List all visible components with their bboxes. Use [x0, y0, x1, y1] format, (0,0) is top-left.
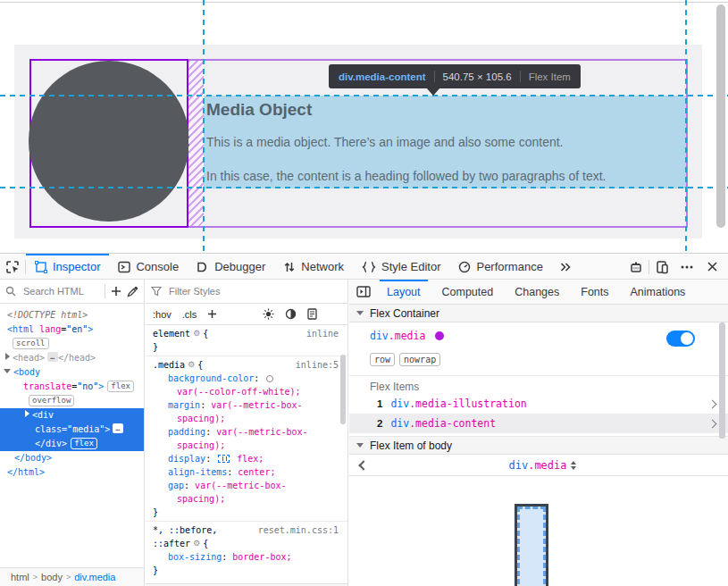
responsive-design-mode-button[interactable] — [649, 255, 674, 279]
toolbar-spacer — [579, 255, 623, 279]
overflow-badge[interactable]: overflow — [29, 395, 74, 406]
page-scrollbar-thumb[interactable] — [716, 4, 725, 228]
flex-item-selector[interactable]: div.media — [508, 459, 575, 472]
flex-item-of-body-section-header[interactable]: Flex Item of body — [349, 437, 728, 455]
pseudo-class-button[interactable]: :hov — [153, 309, 172, 320]
markup-line-body-attr[interactable]: translate="no">flex — [0, 380, 145, 394]
css-declaration-padding-wrap[interactable]: spacing); — [146, 439, 347, 452]
tab-animations[interactable]: Animations — [620, 280, 697, 304]
tab-style-editor[interactable]: Style Editor — [353, 255, 449, 279]
css-declaration-gap-wrap[interactable]: spacing); — [146, 492, 347, 506]
flex-badge[interactable]: flex — [107, 381, 134, 392]
highlighter-color-swatch-icon[interactable] — [435, 331, 444, 340]
chevron-left-icon[interactable] — [358, 460, 368, 470]
light-theme-icon[interactable] — [263, 308, 274, 320]
color-swatch-icon[interactable] — [266, 375, 273, 382]
css-declaration-gap[interactable]: gap: var(--metric-box- — [146, 479, 347, 492]
css-declaration-margin[interactable]: margin: var(--metric-box- — [146, 398, 347, 412]
expand-arrow-icon[interactable] — [25, 410, 29, 417]
class-toggle-button[interactable]: .cls — [182, 309, 197, 320]
breadcrumb-body[interactable]: body — [41, 572, 63, 582]
rule-media-class[interactable]: .media {inline:5 background-color: var(-… — [146, 356, 347, 522]
rules-scrollbar-thumb[interactable] — [340, 355, 346, 424]
flex-guide-horizontal-top — [0, 95, 728, 96]
tab-fonts[interactable]: Fonts — [570, 280, 619, 304]
flex-item-row-2[interactable]: 2 div.media-content — [349, 414, 728, 433]
flex-basis-fill — [517, 506, 546, 586]
ellipsis-chip[interactable]: … — [113, 423, 123, 433]
tab-computed[interactable]: Computed — [431, 280, 505, 304]
css-declaration-background-color-value[interactable]: var(--color-off-white); — [146, 385, 347, 398]
rule-source-link[interactable]: reset.min.css:1 — [258, 523, 347, 537]
rule-selector: ::after — [153, 537, 190, 550]
gear-icon[interactable] — [188, 358, 195, 372]
tab-inspector[interactable]: Inspector — [26, 255, 109, 279]
dark-theme-icon[interactable] — [285, 308, 297, 320]
flex-display-icon[interactable] — [218, 455, 230, 463]
screenshot-button[interactable] — [623, 255, 649, 279]
tab-changes[interactable]: Changes — [504, 280, 570, 304]
tab-debugger[interactable]: Debugger — [188, 255, 274, 279]
container-class[interactable]: .media — [389, 330, 426, 342]
layout-scrollbar-thumb[interactable] — [719, 322, 725, 439]
scroll-badge[interactable]: scroll — [13, 338, 49, 349]
breadcrumb-div-media[interactable]: div.media — [74, 572, 115, 582]
expand-arrow-icon[interactable] — [5, 353, 10, 360]
markup-line-html-open[interactable]: <html lang="en"> — [0, 322, 145, 337]
rule-source-link[interactable]: inline — [306, 327, 347, 340]
css-declaration-margin-wrap[interactable]: spacing); — [146, 412, 347, 425]
css-declaration-padding[interactable]: padding: var(--metric-box- — [146, 425, 347, 439]
devtools-menu-button[interactable] — [674, 255, 699, 279]
css-declaration-box-sizing[interactable]: box-sizing: border-box; — [146, 550, 347, 564]
ellipsis-chip[interactable]: … — [47, 352, 58, 362]
tab-layout[interactable]: Layout — [376, 280, 431, 304]
gear-icon[interactable] — [193, 537, 200, 550]
chevron-right-icon[interactable] — [708, 399, 717, 408]
css-declaration-align-items[interactable]: align-items: center; — [146, 465, 347, 479]
infobar-separator — [520, 71, 521, 82]
markup-line-div-class-selected[interactable]: class="media">… — [0, 423, 145, 437]
tab-performance[interactable]: Performance — [449, 255, 551, 279]
collapse-arrow-icon[interactable] — [356, 443, 364, 448]
flex-item-row-1[interactable]: 1 div.media-illustration — [349, 394, 728, 414]
item-switcher-icon[interactable] — [571, 461, 576, 470]
more-tabs-button[interactable] — [552, 255, 579, 279]
markup-line-div-open-selected[interactable]: <div — [0, 408, 145, 423]
expand-sidebar-icon[interactable] — [356, 286, 371, 297]
separator — [105, 284, 105, 298]
add-node-button[interactable] — [111, 286, 121, 297]
section-title: Flex Item of body — [370, 440, 452, 452]
eyedropper-icon[interactable] — [127, 286, 138, 297]
chevron-right-icon[interactable] — [708, 419, 717, 428]
rule-element-style[interactable]: element {inline } — [146, 325, 347, 356]
pick-element-button[interactable] — [0, 255, 25, 279]
css-declaration-background-color[interactable]: background-color: — [146, 372, 347, 385]
search-html-row — [0, 280, 144, 304]
close-icon — [707, 261, 718, 272]
markup-line-body-open[interactable]: <body — [0, 365, 145, 380]
flex-badge-selected[interactable]: flex — [71, 438, 97, 449]
markup-line-html-close[interactable]: </html> — [0, 465, 145, 480]
tab-network[interactable]: Network — [274, 255, 353, 279]
breadcrumb-html[interactable]: html — [11, 572, 29, 582]
css-declaration-display[interactable]: display: flex; — [146, 452, 347, 465]
markup-line-doctype[interactable]: <!DOCTYPE html> — [0, 308, 145, 322]
add-rule-button[interactable] — [207, 309, 217, 319]
rule-reset[interactable]: *, ::before,reset.min.css:1 ::after { bo… — [146, 522, 347, 579]
close-devtools-button[interactable] — [699, 255, 724, 279]
markup-line-head[interactable]: <head>…</head> — [0, 351, 145, 365]
markup-line-div-close-selected[interactable]: </div>flex — [0, 437, 145, 451]
tab-console[interactable]: Console — [109, 255, 188, 279]
close-brace: } — [146, 564, 347, 577]
flex-container-section-header[interactable]: Flex Container — [349, 305, 728, 322]
print-media-icon[interactable] — [307, 308, 317, 320]
search-html-input[interactable] — [21, 285, 99, 297]
markup-line-body-close[interactable]: </body> — [0, 451, 145, 465]
container-tag[interactable]: div — [370, 330, 389, 342]
collapse-arrow-icon[interactable] — [4, 369, 11, 373]
gear-icon[interactable] — [193, 327, 200, 340]
flex-highlighter-toggle[interactable] — [666, 331, 695, 347]
filter-styles-input[interactable] — [167, 285, 342, 297]
rules-panel: :hov .cls — [146, 280, 348, 586]
collapse-arrow-icon[interactable] — [356, 311, 364, 315]
